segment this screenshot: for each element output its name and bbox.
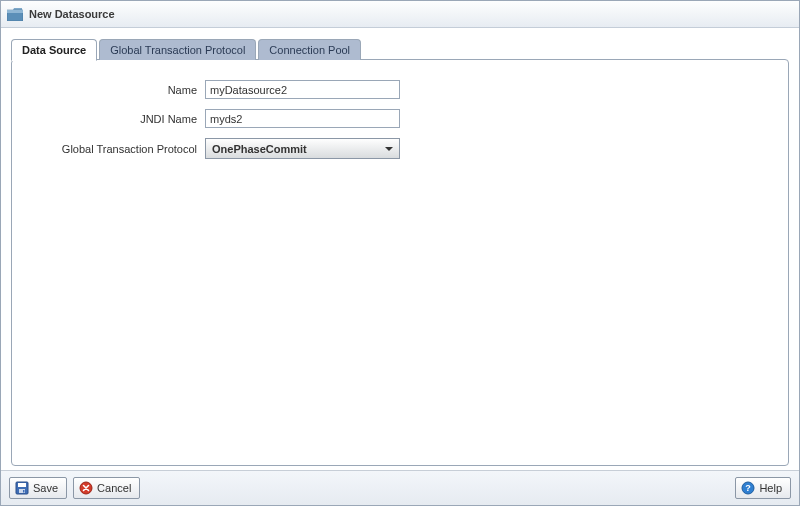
titlebar: New Datasource (1, 1, 799, 28)
cancel-button[interactable]: Cancel (73, 477, 140, 499)
save-icon (15, 481, 29, 495)
row-jndi: JNDI Name (22, 109, 768, 128)
window-title: New Datasource (29, 8, 115, 20)
dialog-window: New Datasource Data Source Global Transa… (0, 0, 800, 506)
chevron-down-icon (385, 147, 393, 151)
svg-rect-1 (7, 10, 23, 13)
tab-global-transaction-protocol[interactable]: Global Transaction Protocol (99, 39, 256, 60)
help-button[interactable]: ? Help (735, 477, 791, 499)
tab-connection-pool[interactable]: Connection Pool (258, 39, 361, 60)
label-gtp: Global Transaction Protocol (22, 143, 205, 155)
save-button[interactable]: Save (9, 477, 67, 499)
gtp-select-value: OnePhaseCommit (212, 143, 307, 155)
content-area: Data Source Global Transaction Protocol … (1, 28, 799, 470)
tab-panel: Name JNDI Name Global Transaction Protoc… (11, 59, 789, 466)
footer: Save Cancel ? Help (1, 470, 799, 505)
jndi-input[interactable] (205, 109, 400, 128)
row-gtp: Global Transaction Protocol OnePhaseComm… (22, 138, 768, 159)
cancel-icon (79, 481, 93, 495)
svg-text:?: ? (746, 483, 752, 493)
label-name: Name (22, 84, 205, 96)
tab-data-source[interactable]: Data Source (11, 39, 97, 61)
svg-rect-5 (23, 490, 25, 493)
help-button-label: Help (759, 482, 782, 494)
cancel-button-label: Cancel (97, 482, 131, 494)
tabstrip: Data Source Global Transaction Protocol … (11, 38, 789, 60)
svg-rect-3 (18, 483, 26, 487)
help-icon: ? (741, 481, 755, 495)
footer-left: Save Cancel (9, 477, 140, 499)
label-jndi: JNDI Name (22, 113, 205, 125)
footer-right: ? Help (735, 477, 791, 499)
save-button-label: Save (33, 482, 58, 494)
gtp-select[interactable]: OnePhaseCommit (205, 138, 400, 159)
name-input[interactable] (205, 80, 400, 99)
row-name: Name (22, 80, 768, 99)
folder-icon (7, 8, 23, 21)
